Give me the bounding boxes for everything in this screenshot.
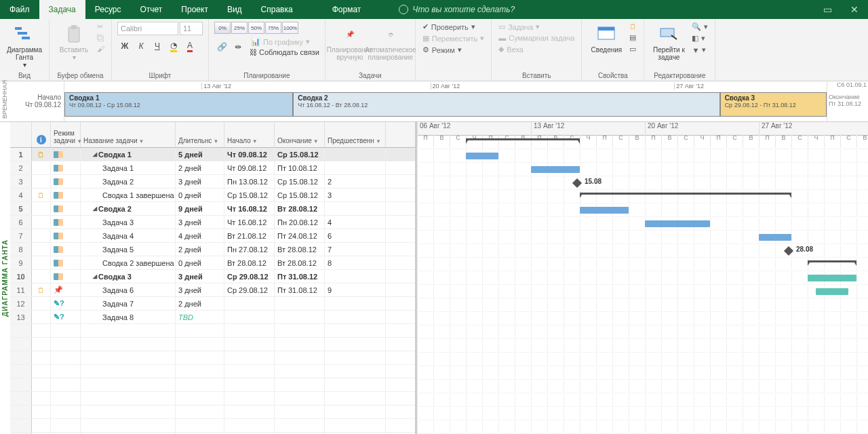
th-start[interactable]: Начало▼ <box>224 122 275 147</box>
font-size-select[interactable]: 11 <box>180 22 203 35</box>
table-row[interactable]: 9Сводка 2 завершена0 днейВт 28.08.12Вт 2… <box>10 256 415 270</box>
th-rownum[interactable] <box>10 122 32 147</box>
gantt-task-bar[interactable] <box>580 207 629 214</box>
gantt-row[interactable] <box>417 393 868 407</box>
copy-button[interactable]: ⿻ <box>96 33 106 43</box>
menu-view[interactable]: Вид <box>218 0 252 19</box>
table-row[interactable]: 6Задача 33 днейЧт 16.08.12Пн 20.08.124 <box>10 216 415 229</box>
gantt-row[interactable]: 15.08 <box>417 176 868 190</box>
clear-button[interactable]: ◧▾ <box>690 33 709 43</box>
gantt-task-bar[interactable] <box>759 234 791 241</box>
gantt-row[interactable] <box>417 380 868 393</box>
pct-50[interactable]: 50% <box>248 22 264 34</box>
menu-resource[interactable]: Ресурс <box>85 0 131 19</box>
table-row[interactable]: 3Задача 23 днейПн 13.08.12Ср 15.08.122 <box>10 175 415 189</box>
gantt-row[interactable]: 28.08 <box>417 244 868 258</box>
table-row[interactable]: 7Задача 44 днейВт 21.08.12Пт 24.08.126 <box>10 229 415 243</box>
gantt-row[interactable] <box>417 285 868 298</box>
gantt-milestone[interactable] <box>784 246 793 256</box>
paste-button[interactable]: Вставить ▾ <box>55 22 93 62</box>
table-row-empty[interactable] <box>10 392 415 406</box>
gantt-row[interactable] <box>417 420 868 434</box>
gantt-task-bar[interactable] <box>816 288 848 295</box>
th-name[interactable]: Название задачи▼ <box>81 122 176 147</box>
insert-task-button[interactable]: ▭Задача ▾ <box>497 22 576 32</box>
font-family-select[interactable]: Calibri <box>117 22 178 35</box>
timeline-bar-3[interactable]: Сводка 3Ср 29.08.12 - Пт 31.08.12 <box>720 92 827 117</box>
italic-button[interactable]: К <box>134 39 149 53</box>
gantt-row[interactable] <box>417 312 868 326</box>
table-row-empty[interactable] <box>10 338 415 351</box>
fill-color-button[interactable]: ◔ <box>166 39 181 53</box>
menu-task[interactable]: Задача <box>39 0 85 19</box>
gantt-chart[interactable]: 06 Авг '1213 Авг '1220 Авг '1227 Авг '12… <box>417 122 868 434</box>
table-row[interactable]: 11🗒📌Задача 63 днейСр 29.08.12Пт 31.08.12… <box>10 283 415 297</box>
gantt-task-bar[interactable] <box>466 153 498 159</box>
table-row-empty[interactable] <box>10 406 415 419</box>
notes-button[interactable]: 🗒 <box>628 22 638 31</box>
table-row-empty[interactable] <box>10 365 415 378</box>
th-duration[interactable]: Длительнс▼ <box>176 122 224 147</box>
unlink-tasks-button[interactable]: ⇹ <box>231 40 245 54</box>
restore-icon[interactable]: ▭ <box>814 0 841 19</box>
gantt-summary-bar[interactable] <box>808 260 856 266</box>
manual-schedule-button[interactable]: 📌 Планирование вручную <box>331 22 369 62</box>
format-painter-button[interactable]: 🖌 <box>96 44 106 54</box>
pct-0[interactable]: 0% <box>214 22 231 34</box>
scroll-to-task-button[interactable]: Перейти к задаче <box>650 22 688 62</box>
gantt-task-bar[interactable] <box>645 220 710 227</box>
pct-25[interactable]: 25% <box>231 22 248 34</box>
bold-button[interactable]: Ж <box>117 39 132 53</box>
timeline-bar-1[interactable]: Сводка 1Чт 09.08.12 - Ср 15.08.12 <box>64 92 293 117</box>
gantt-row[interactable] <box>417 407 868 420</box>
th-end[interactable]: Окончание▼ <box>275 122 325 147</box>
information-button[interactable]: Сведения <box>587 22 625 55</box>
gantt-row[interactable] <box>417 326 868 339</box>
timeline-bar-2[interactable]: Сводка 2Чт 16.08.12 - Вт 28.08.12 <box>293 92 719 117</box>
gantt-row[interactable] <box>417 231 868 244</box>
insert-milestone-button[interactable]: ◆Веха <box>497 44 576 54</box>
pct-75[interactable]: 75% <box>265 22 281 34</box>
gantt-row[interactable] <box>417 149 868 163</box>
link-tasks-button[interactable]: 🔗 <box>214 40 229 54</box>
gantt-summary-bar[interactable] <box>466 138 580 144</box>
details-button[interactable]: ▤ <box>628 33 638 43</box>
table-row-empty[interactable] <box>10 324 415 338</box>
gantt-milestone[interactable] <box>572 178 582 188</box>
table-row[interactable]: 8Задача 52 днейПн 27.08.12Вт 28.08.127 <box>10 243 415 256</box>
table-row-empty[interactable] <box>10 378 415 392</box>
gantt-row[interactable] <box>417 190 868 203</box>
menu-format[interactable]: Формат <box>323 0 371 19</box>
on-track-button[interactable]: 📊По графику ▾ <box>250 37 319 47</box>
table-row-empty[interactable] <box>10 419 415 433</box>
timeline-body[interactable]: 13 Авг '1220 Авг '1227 Авг '12 Сводка 1Ч… <box>64 81 827 121</box>
gantt-row[interactable] <box>417 366 868 380</box>
move-button[interactable]: ▦Переместить ▾ <box>421 33 486 43</box>
table-row[interactable]: 4🗒Сводка 1 завершена0 днейСр 15.08.12Ср … <box>10 189 415 202</box>
menu-report[interactable]: Отчет <box>130 0 172 19</box>
menu-project[interactable]: Проект <box>172 0 218 19</box>
menu-help[interactable]: Справка <box>252 0 302 19</box>
table-row[interactable]: 2Задача 12 днейЧт 09.08.12Пт 10.08.12 <box>10 161 415 175</box>
gantt-row[interactable] <box>417 217 868 231</box>
table-row[interactable]: 5◢Сводка 29 днейЧт 16.08.12Вт 28.08.12 <box>10 202 415 216</box>
insert-summary-button[interactable]: ▬Суммарная задача <box>497 33 576 43</box>
fill-button[interactable]: ▼▾ <box>690 45 709 55</box>
gantt-task-bar[interactable] <box>808 275 856 281</box>
th-pred[interactable]: Предшественн▼ <box>325 122 386 147</box>
th-mode[interactable]: Режим задачи▼ <box>51 122 81 147</box>
table-row-empty[interactable] <box>10 351 415 365</box>
auto-schedule-button[interactable]: ➮ Автоматическое планирование <box>372 22 410 62</box>
cut-button[interactable]: ✂ <box>96 22 106 32</box>
find-button[interactable]: 🔍▾ <box>690 22 709 32</box>
tell-me[interactable]: Что вы хотите сделать? <box>391 0 523 19</box>
gantt-row[interactable] <box>417 353 868 366</box>
inspect-button[interactable]: ✔Проверить ▾ <box>421 22 486 32</box>
th-indicator[interactable]: i <box>32 122 51 147</box>
table-row[interactable]: 12✎?Задача 72 дней <box>10 297 415 311</box>
table-row[interactable]: 13✎?Задача 8TBD <box>10 311 415 324</box>
menu-file[interactable]: Файл <box>0 0 39 19</box>
gantt-row[interactable] <box>417 163 868 176</box>
gantt-row[interactable] <box>417 203 868 217</box>
gantt-summary-bar[interactable] <box>580 193 791 198</box>
